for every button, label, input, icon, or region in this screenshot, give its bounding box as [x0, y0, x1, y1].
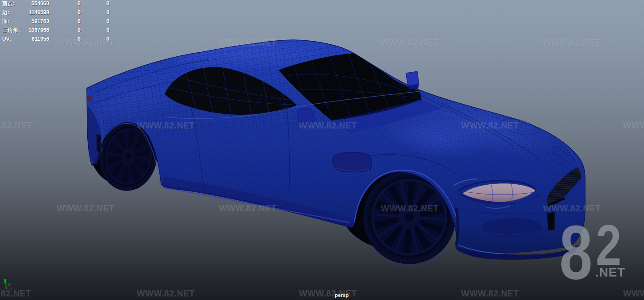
svg-text:0: 0: [106, 0, 109, 7]
svg-text:1067966: 1067966: [28, 27, 49, 33]
svg-text:WWW.82.NET: WWW.82.NET: [219, 38, 277, 47]
svg-text:WWW.82.NET: WWW.82.NET: [219, 203, 277, 213]
svg-text:面:: 面:: [2, 18, 9, 24]
svg-text:WWW.82.NET: WWW.82.NET: [381, 38, 439, 47]
svg-text:0: 0: [106, 9, 109, 16]
svg-text:0: 0: [78, 0, 81, 7]
svg-text:.NET: .NET: [595, 265, 625, 279]
svg-text:边:: 边:: [2, 9, 9, 16]
svg-text:WWW.82.NET: WWW.82.NET: [137, 121, 195, 130]
svg-text:WWW.82.NET: WWW.82.NET: [57, 203, 115, 213]
svg-text:1146598: 1146598: [29, 9, 49, 16]
svg-text:y: y: [4, 278, 7, 283]
svg-text:WWW.82.NET: WWW.82.NET: [299, 121, 357, 130]
svg-text:WWW.82.NET: WWW.82.NET: [623, 288, 644, 298]
svg-text:554060: 554060: [31, 0, 49, 7]
svg-text:8: 8: [559, 210, 593, 295]
svg-text:0: 0: [106, 18, 109, 24]
svg-text:WWW.82.NET: WWW.82.NET: [57, 38, 115, 47]
svg-text:三角形:: 三角形:: [2, 27, 20, 33]
svg-text:WWW.82.NET: WWW.82.NET: [543, 38, 601, 47]
svg-text:顶点:: 顶点:: [2, 0, 15, 7]
svg-text:z: z: [11, 285, 13, 290]
svg-text:WWW.82.NET: WWW.82.NET: [0, 288, 31, 298]
svg-text:WWW.82.NET: WWW.82.NET: [0, 121, 33, 130]
svg-text:persp: persp: [335, 292, 349, 298]
svg-text:UV:: UV:: [2, 36, 11, 42]
svg-text:WWW.82.NET: WWW.82.NET: [381, 203, 439, 213]
svg-text:591763: 591763: [31, 18, 49, 24]
svg-text:WWW.82.NET: WWW.82.NET: [623, 121, 644, 130]
svg-text:WWW.82.NET: WWW.82.NET: [461, 288, 519, 298]
svg-text:0: 0: [78, 9, 81, 16]
svg-text:WWW.82.NET: WWW.82.NET: [137, 288, 195, 298]
svg-text:0: 0: [78, 27, 81, 33]
svg-text:0: 0: [106, 27, 109, 33]
svg-text:0: 0: [78, 18, 81, 24]
svg-text:611956: 611956: [32, 36, 50, 42]
svg-text:WWW.82.NET: WWW.82.NET: [461, 121, 519, 130]
